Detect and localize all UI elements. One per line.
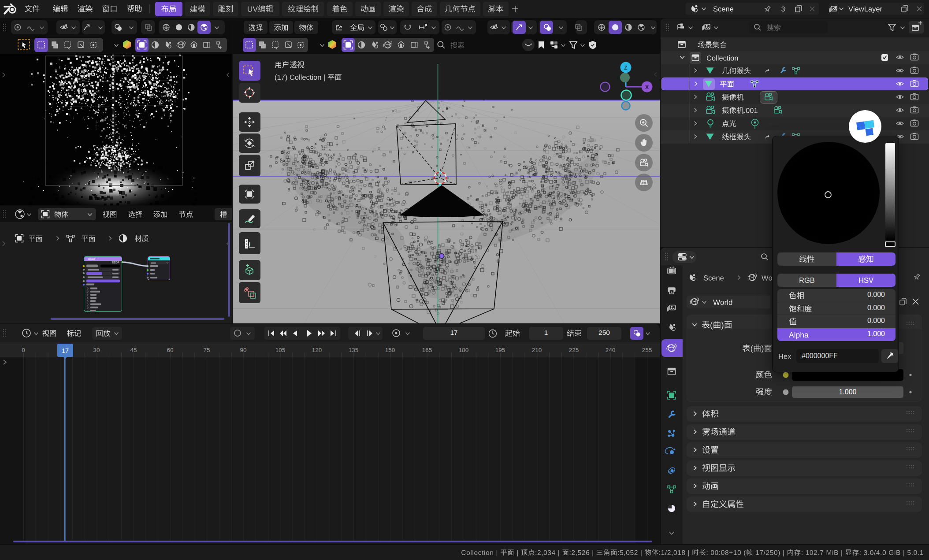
- svg-text:17: 17: [62, 347, 69, 354]
- svg-text:X: X: [645, 84, 649, 90]
- svg-text:Z: Z: [624, 65, 627, 71]
